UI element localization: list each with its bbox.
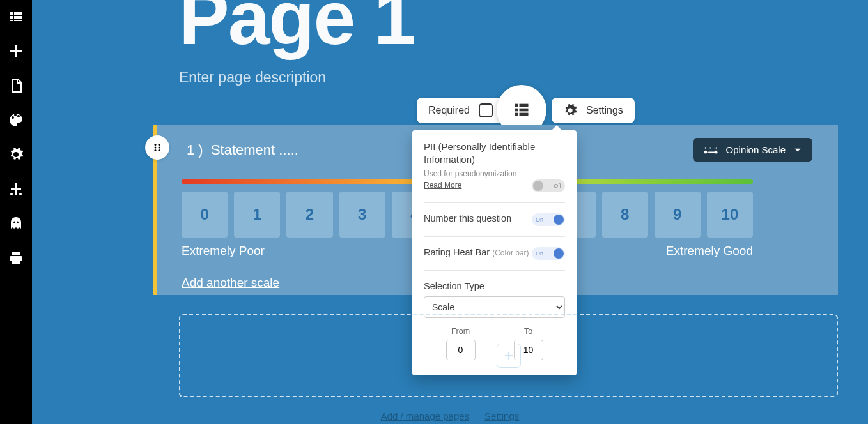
question-type-label: Opinion Scale — [726, 144, 786, 155]
scale-cell-3[interactable]: 3 — [339, 192, 385, 238]
svg-point-23 — [159, 149, 160, 151]
svg-rect-0 — [10, 12, 13, 15]
svg-rect-3 — [14, 16, 22, 19]
svg-point-10 — [15, 193, 17, 195]
list-icon — [513, 101, 531, 119]
svg-point-21 — [159, 147, 160, 149]
page-title[interactable]: Page 1 — [179, 0, 414, 61]
svg-point-29 — [714, 150, 717, 153]
question-title[interactable]: 1 ) Statement ..... — [182, 142, 298, 158]
setting-heat-bar: Rating Heat Bar (Color bar) On — [424, 239, 565, 265]
ghost-icon[interactable] — [8, 216, 24, 231]
chevron-down-icon — [793, 146, 802, 155]
pii-title: PII (Personally Identifiable Information… — [424, 140, 565, 167]
svg-point-11 — [19, 193, 22, 195]
toggle-knob — [554, 215, 564, 225]
pii-readmore[interactable]: Read More — [424, 181, 461, 190]
svg-text:5: 5 — [709, 146, 711, 149]
svg-rect-1 — [14, 12, 22, 15]
question-type-selector[interactable]: 1510 Opinion Scale — [693, 138, 812, 162]
svg-rect-13 — [520, 104, 529, 107]
pii-toggle[interactable]: Off — [532, 179, 565, 192]
required-toggle[interactable]: Required — [417, 98, 504, 123]
gear-icon[interactable] — [8, 147, 24, 162]
toggle-knob — [533, 181, 543, 191]
settings-button[interactable]: Settings — [552, 98, 635, 123]
toggle-label: On — [536, 216, 543, 223]
scale-cell-10[interactable]: 10 — [707, 192, 753, 238]
settings-label: Settings — [586, 105, 623, 116]
add-another-scale[interactable]: Add another scale — [182, 276, 279, 290]
svg-rect-12 — [515, 104, 518, 107]
svg-rect-2 — [10, 16, 13, 19]
svg-text:10: 10 — [714, 146, 717, 149]
svg-rect-16 — [515, 113, 518, 116]
selection-type-label: Selection Type — [424, 281, 565, 291]
add-question-button[interactable] — [497, 344, 521, 368]
scale-cell-9[interactable]: 9 — [655, 192, 701, 238]
svg-rect-17 — [520, 113, 529, 116]
svg-rect-4 — [10, 20, 13, 21]
svg-point-20 — [155, 147, 157, 149]
svg-point-9 — [10, 193, 13, 195]
svg-point-18 — [155, 144, 157, 146]
canvas: Page 1 Enter page description Required S… — [32, 0, 868, 424]
heat-bar-toggle[interactable]: On — [532, 247, 565, 260]
setting-pii: PII (Personally Identifiable Information… — [424, 140, 565, 197]
svg-point-8 — [15, 183, 17, 185]
scale-max-label: Extremely Good — [666, 244, 753, 258]
scale-min-label: Extremely Poor — [182, 244, 265, 258]
svg-rect-15 — [520, 109, 529, 112]
gear-icon — [563, 103, 577, 117]
required-label: Required — [428, 105, 470, 116]
page-icon[interactable] — [8, 78, 24, 93]
svg-point-27 — [704, 150, 707, 153]
toggle-knob — [554, 248, 564, 259]
number-question-toggle[interactable]: On — [532, 213, 565, 226]
opinion-scale-icon: 1510 — [703, 146, 718, 155]
footer-manage-pages[interactable]: Add / manage pages — [381, 411, 469, 421]
pii-subtext: Used for pseudonymization — [424, 169, 565, 178]
footer: Add / manage pages Settings — [32, 407, 868, 424]
plus-icon — [503, 350, 515, 361]
flow-icon[interactable] — [8, 181, 24, 197]
setting-number-question: Number this question On — [424, 206, 565, 231]
scale-cell-1[interactable]: 1 — [234, 192, 280, 238]
add-icon[interactable] — [8, 43, 24, 59]
scale-cell-2[interactable]: 2 — [286, 192, 332, 238]
checkbox-icon — [479, 103, 493, 117]
svg-rect-31 — [505, 355, 513, 356]
add-question-dropzone[interactable] — [179, 314, 838, 397]
scale-cell-0[interactable]: 0 — [182, 192, 228, 238]
svg-text:1: 1 — [704, 146, 706, 149]
svg-rect-14 — [515, 109, 518, 112]
print-icon[interactable] — [8, 250, 24, 266]
page-description-input[interactable]: Enter page description — [179, 69, 326, 86]
drag-handle[interactable] — [145, 135, 169, 160]
grip-icon — [151, 142, 163, 153]
footer-settings[interactable]: Settings — [484, 411, 519, 421]
toggle-label: On — [536, 250, 543, 257]
scale-cell-8[interactable]: 8 — [602, 192, 648, 238]
svg-rect-5 — [14, 20, 22, 21]
left-rail — [0, 0, 32, 424]
svg-rect-7 — [10, 50, 22, 52]
svg-point-22 — [155, 149, 157, 151]
palette-icon[interactable] — [8, 112, 24, 128]
svg-point-19 — [159, 144, 160, 146]
menu-icon[interactable] — [8, 9, 24, 24]
toggle-label: Off — [554, 183, 561, 189]
